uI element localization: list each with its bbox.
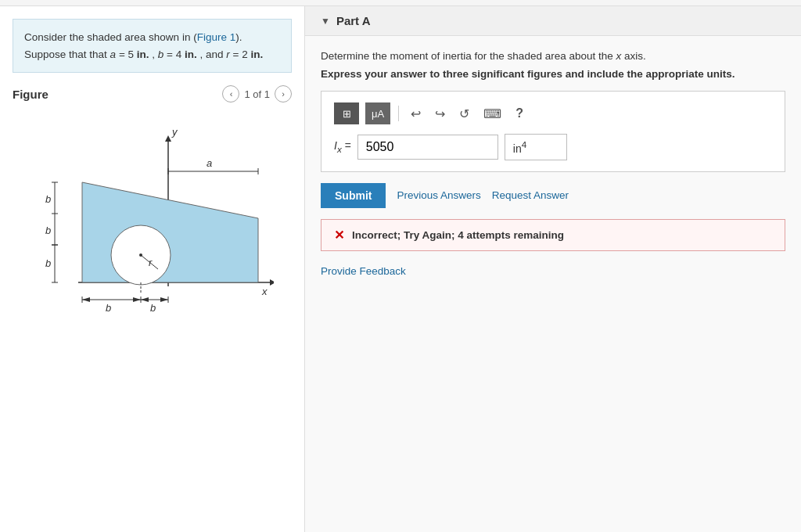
svg-text:a: a: [207, 157, 212, 169]
refresh-button[interactable]: ↺: [455, 104, 473, 124]
keyboard-button[interactable]: ⌨: [480, 104, 505, 124]
refresh-icon: ↺: [459, 107, 469, 120]
svg-marker-1: [270, 279, 274, 286]
redo-icon: ↪: [435, 107, 445, 120]
answer-box: ⊞ μA ↩ ↪ ↺ ⌨: [321, 91, 785, 172]
part-content: Determine the moment of inertia for the …: [305, 36, 801, 291]
svg-marker-3: [165, 135, 171, 142]
problem-text-before: Consider the shaded area shown in (: [24, 31, 197, 43]
svg-text:r: r: [149, 257, 153, 268]
left-panel: Consider the shaded area shown in (Figur…: [0, 6, 305, 532]
problem-statement: Consider the shaded area shown in (Figur…: [13, 19, 292, 73]
svg-text:b: b: [45, 257, 51, 269]
main-layout: Consider the shaded area shown in (Figur…: [0, 6, 801, 532]
part-title: Part A: [336, 14, 371, 27]
error-box: ✕ Incorrect; Try Again; 4 attempts remai…: [321, 219, 785, 251]
svg-text:b: b: [45, 225, 51, 236]
figure-link[interactable]: Figure 1: [197, 31, 236, 43]
figure-header: Figure ‹ 1 of 1 ›: [13, 85, 292, 102]
svg-text:b: b: [106, 302, 111, 314]
svg-marker-28: [133, 297, 141, 302]
figure-svg: b b b a r: [31, 118, 274, 329]
right-panel: ▼ Part A Determine the moment of inertia…: [305, 6, 801, 532]
action-row: Submit Previous Answers Request Answer: [321, 183, 785, 208]
part-header: ▼ Part A: [305, 6, 801, 36]
units-display: in4: [505, 134, 567, 160]
submit-button[interactable]: Submit: [321, 183, 386, 208]
help-button[interactable]: ?: [512, 104, 527, 123]
question-text: Determine the moment of inertia for the …: [321, 50, 785, 62]
undo-icon: ↩: [411, 107, 421, 120]
redo-button[interactable]: ↪: [431, 104, 449, 124]
part-collapse-icon[interactable]: ▼: [321, 16, 330, 27]
svg-point-23: [139, 253, 142, 257]
feedback-link[interactable]: Provide Feedback: [321, 265, 785, 277]
matrix-button[interactable]: ⊞: [334, 102, 359, 124]
input-label: Ix =: [334, 139, 351, 154]
previous-answers-link[interactable]: Previous Answers: [397, 189, 480, 201]
input-row: Ix = in4: [334, 134, 772, 160]
error-message: Incorrect; Try Again; 4 attempts remaini…: [352, 229, 564, 241]
figure-title: Figure: [13, 88, 48, 101]
help-icon: ?: [515, 106, 523, 120]
error-icon: ✕: [334, 228, 344, 243]
instruction-text: Express your answer to three significant…: [321, 68, 785, 80]
svg-text:y: y: [171, 126, 178, 138]
toolbar-separator: [398, 106, 399, 121]
svg-marker-32: [141, 297, 149, 302]
keyboard-icon: ⌨: [483, 107, 501, 120]
svg-marker-33: [160, 297, 168, 302]
next-figure-button[interactable]: ›: [275, 85, 292, 102]
mu-icon: μA: [372, 108, 384, 120]
nav-controls: ‹ 1 of 1 ›: [222, 85, 292, 102]
svg-text:b: b: [150, 302, 156, 314]
request-answer-link[interactable]: Request Answer: [492, 189, 569, 201]
figure-nav-text: 1 of 1: [244, 88, 270, 100]
undo-button[interactable]: ↩: [407, 104, 425, 124]
toolbar: ⊞ μA ↩ ↪ ↺ ⌨: [334, 102, 772, 124]
svg-marker-27: [82, 297, 90, 302]
svg-text:b: b: [45, 193, 51, 205]
mu-button[interactable]: μA: [365, 102, 390, 124]
matrix-icon: ⊞: [343, 108, 351, 120]
problem-variables: that a = 5 in. , b = 4 in. , and r = 2 i…: [89, 49, 263, 60]
answer-input[interactable]: [357, 135, 498, 160]
prev-figure-button[interactable]: ‹: [222, 85, 239, 102]
svg-text:x: x: [261, 286, 268, 297]
top-bar: [0, 0, 801, 6]
figure-section: Figure ‹ 1 of 1 ›: [13, 85, 292, 337]
figure-container: b b b a r: [13, 110, 292, 337]
svg-marker-4: [82, 182, 258, 282]
